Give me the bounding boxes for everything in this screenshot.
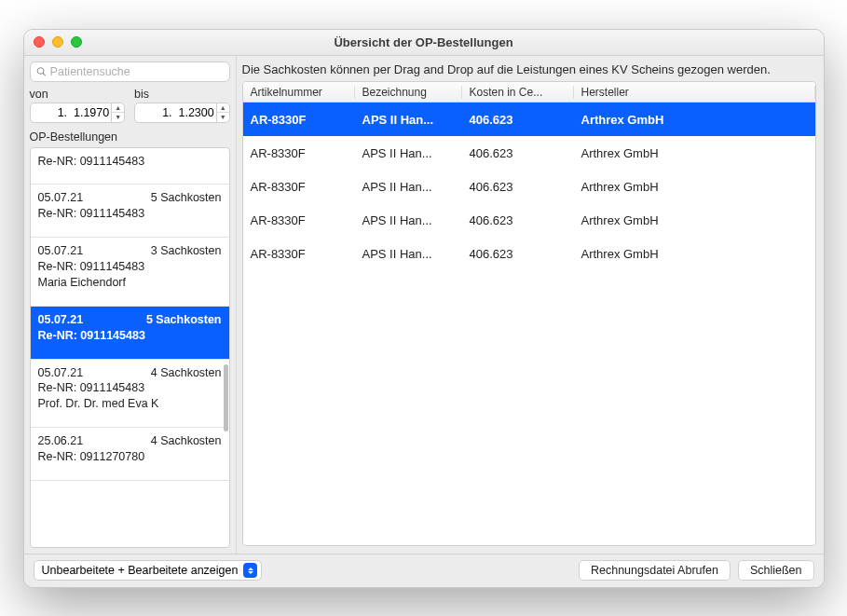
order-patient: Prof. Dr. Dr. med Eva K (38, 396, 222, 412)
cell-artikelnummer: AR-8330F (243, 146, 355, 160)
cell-hersteller: Arthrex GmbH (574, 146, 815, 160)
order-list-item[interactable]: Re-NR: 0911145483 (31, 148, 229, 185)
col-hersteller[interactable]: Hersteller (574, 86, 815, 99)
window-body: von ▲ ▼ bis ▲ ▼ (24, 56, 824, 554)
cell-kosten: 406.623 (462, 180, 574, 194)
cell-bezeichnung: APS II Han... (355, 213, 462, 227)
date-range: von ▲ ▼ bis ▲ ▼ (30, 88, 230, 123)
search-icon (36, 66, 47, 77)
cell-bezeichnung: APS II Han... (355, 113, 462, 127)
cell-kosten: 406.623 (462, 247, 574, 261)
order-re-nr: Re-NR: 0911145483 (38, 328, 222, 344)
date-from-label: von (30, 88, 126, 101)
date-from-col: von ▲ ▼ (30, 88, 126, 123)
minimize-window-icon[interactable] (52, 36, 63, 48)
cell-artikelnummer: AR-8330F (243, 213, 355, 227)
orders-section-label: OP-Bestellungen (30, 130, 230, 144)
orders-list[interactable]: Re-NR: 091114548305.07.215 SachkostenRe-… (30, 147, 230, 548)
order-list-item[interactable]: 05.07.215 SachkostenRe-NR: 0911145483 (31, 307, 229, 360)
cell-bezeichnung: APS II Han... (355, 247, 462, 261)
col-bezeichnung[interactable]: Bezeichnung (355, 86, 462, 99)
cell-artikelnummer: AR-8330F (243, 180, 355, 194)
order-list-item[interactable]: 05.07.215 SachkostenRe-NR: 0911145483 (31, 185, 229, 238)
cell-hersteller: Arthrex GmbH (574, 213, 815, 227)
main-panel: Die Sachkosten können per Drag and Drop … (237, 56, 824, 554)
chevron-down-icon[interactable]: ▼ (112, 113, 124, 122)
cell-kosten: 406.623 (462, 146, 574, 160)
scrollbar-thumb[interactable] (224, 364, 228, 431)
order-cost-count: 5 Sachkosten (146, 312, 222, 328)
search-input[interactable] (50, 65, 224, 78)
order-re-nr: Re-NR: 0911145483 (38, 259, 222, 275)
order-date: 05.07.21 (38, 243, 84, 259)
cell-kosten: 406.623 (462, 113, 574, 127)
instructions-text: Die Sachkosten können per Drag and Drop … (242, 62, 816, 78)
order-date: 05.07.21 (38, 190, 84, 206)
order-list-item[interactable]: 05.07.214 SachkostenRe-NR: 0911145483Pro… (31, 360, 229, 429)
close-window-icon[interactable] (34, 36, 45, 48)
date-to-label: bis (134, 88, 230, 101)
order-cost-count: 4 Sachkosten (151, 433, 222, 449)
chevron-up-icon[interactable]: ▲ (112, 103, 124, 114)
chevron-up-icon[interactable]: ▲ (217, 103, 229, 114)
cell-artikelnummer: AR-8330F (243, 247, 355, 261)
table-body[interactable]: AR-8330FAPS II Han...406.623Arthrex GmbH… (243, 103, 815, 544)
search-field-wrap[interactable] (30, 62, 230, 82)
date-from-stepper-buttons[interactable]: ▲ ▼ (111, 103, 124, 122)
cell-bezeichnung: APS II Han... (355, 180, 462, 194)
app-window: Übersicht der OP-Bestellungen von ▲ ▼ (23, 29, 825, 588)
close-button[interactable]: Schließen (738, 560, 814, 581)
date-to-input[interactable] (141, 106, 216, 119)
date-from-stepper[interactable]: ▲ ▼ (30, 103, 126, 123)
order-re-nr: Re-NR: 0911145483 (38, 206, 222, 222)
date-from-input[interactable] (36, 106, 112, 119)
cell-hersteller: Arthrex GmbH (574, 247, 815, 261)
fetch-invoice-button[interactable]: Rechnungsdatei Abrufen (579, 560, 731, 581)
order-date: 05.07.21 (38, 312, 84, 328)
table-row[interactable]: AR-8330FAPS II Han...406.623Arthrex GmbH (243, 203, 815, 237)
order-date: 05.07.21 (38, 365, 84, 381)
order-list-item[interactable]: 05.07.213 SachkostenRe-NR: 0911145483Mar… (31, 238, 229, 307)
order-re-nr: Re-NR: 0911145483 (38, 380, 222, 396)
chevron-down-icon[interactable]: ▼ (217, 113, 229, 122)
order-date: 25.06.21 (38, 433, 84, 449)
cell-hersteller: Arthrex GmbH (574, 113, 815, 127)
footer: Unbearbeitete + Bearbeitete anzeigen Rec… (24, 554, 824, 587)
table-header: Artikelnummer Bezeichnung Kosten in Ce..… (243, 82, 815, 103)
traffic-lights (34, 36, 82, 48)
table-row[interactable]: AR-8330FAPS II Han...406.623Arthrex GmbH (243, 103, 815, 136)
cell-artikelnummer: AR-8330F (243, 113, 355, 127)
titlebar: Übersicht der OP-Bestellungen (24, 30, 824, 56)
filter-select[interactable]: Unbearbeitete + Bearbeitete anzeigen (34, 560, 263, 581)
order-patient: Maria Eichendorf (38, 275, 222, 291)
order-cost-count: 5 Sachkosten (151, 190, 222, 206)
table-row[interactable]: AR-8330FAPS II Han...406.623Arthrex GmbH (243, 237, 815, 270)
order-list-item[interactable]: 25.06.214 SachkostenRe-NR: 0911270780 (31, 428, 229, 481)
table-row[interactable]: AR-8330FAPS II Han...406.623Arthrex GmbH (243, 136, 815, 170)
items-table: Artikelnummer Bezeichnung Kosten in Ce..… (242, 81, 816, 545)
filter-select-label: Unbearbeitete + Bearbeitete anzeigen (42, 564, 239, 577)
date-to-stepper-buttons[interactable]: ▲ ▼ (216, 103, 229, 122)
zoom-window-icon[interactable] (71, 36, 82, 48)
order-re-nr: Re-NR: 0911145483 (38, 154, 222, 170)
window-title: Übersicht der OP-Bestellungen (334, 35, 512, 49)
sidebar: von ▲ ▼ bis ▲ ▼ (24, 56, 237, 554)
order-re-nr: Re-NR: 0911270780 (38, 449, 222, 465)
cell-bezeichnung: APS II Han... (355, 146, 462, 160)
date-to-col: bis ▲ ▼ (134, 88, 230, 123)
order-cost-count: 3 Sachkosten (151, 243, 222, 259)
select-arrows-icon (243, 563, 257, 578)
col-artikelnummer[interactable]: Artikelnummer (243, 86, 355, 99)
cell-hersteller: Arthrex GmbH (574, 180, 815, 194)
order-cost-count: 4 Sachkosten (151, 365, 222, 381)
cell-kosten: 406.623 (462, 213, 574, 227)
table-row[interactable]: AR-8330FAPS II Han...406.623Arthrex GmbH (243, 170, 815, 203)
col-kosten[interactable]: Kosten in Ce... (462, 86, 574, 99)
date-to-stepper[interactable]: ▲ ▼ (134, 103, 230, 123)
